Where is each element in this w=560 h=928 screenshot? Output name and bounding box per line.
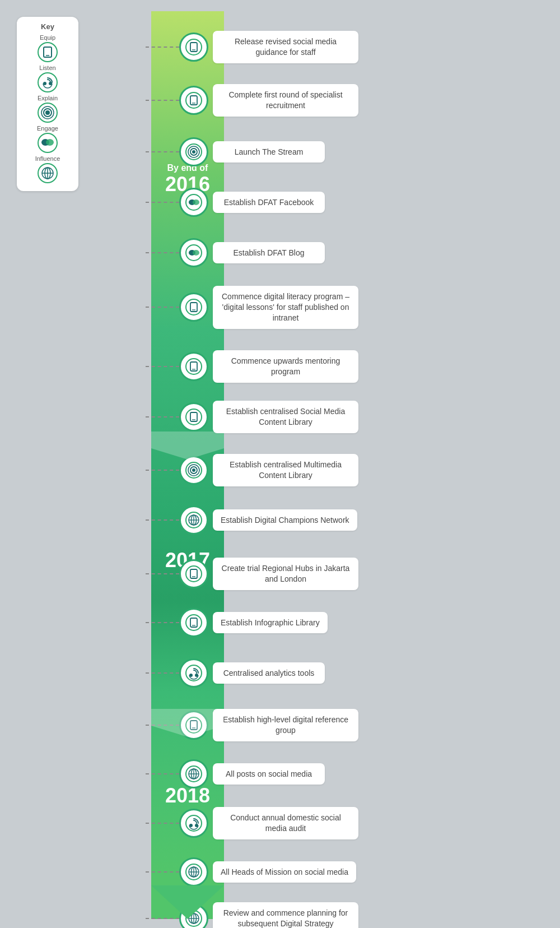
tablet-icon-11 <box>185 565 202 582</box>
key-title: Key <box>25 22 71 31</box>
item-icon-6 <box>179 293 208 322</box>
explain-icon <box>38 103 58 123</box>
item-box-10: Establish Digital Champions Network <box>213 509 357 531</box>
svg-point-33 <box>193 199 199 205</box>
globe-icon-10 <box>185 512 202 528</box>
globe-icon-15 <box>185 765 202 782</box>
svg-point-47 <box>192 468 195 472</box>
timeline-item-11: Create trial Regional Hubs in Jakarta an… <box>146 558 358 590</box>
headphones-icon-16 <box>185 815 202 832</box>
chat-icon-4 <box>185 194 202 211</box>
item-icon-5 <box>179 238 208 267</box>
item-icon-4 <box>179 188 208 217</box>
svg-point-72 <box>186 815 202 831</box>
key-item-engage: Engage <box>25 125 71 153</box>
headphones-icon-13 <box>185 665 202 681</box>
dashed-line-2 <box>146 100 179 101</box>
band-arrow <box>151 885 224 919</box>
tablet-icon-8 <box>185 409 202 425</box>
timeline-item-8: Establish centralised Social Media Conte… <box>146 401 358 433</box>
svg-point-61 <box>186 665 202 681</box>
svg-point-43 <box>186 409 202 425</box>
key-item-listen: Listen <box>25 64 71 92</box>
chat-icon-5 <box>185 244 202 261</box>
item-icon-9 <box>179 456 208 485</box>
key-label-influence: Influence <box>35 155 60 162</box>
item-box-4: Establish DFAT Facebook <box>213 192 325 214</box>
timeline-item-3: Launch The Stream <box>146 137 325 166</box>
item-box-11: Create trial Regional Hubs in Jakarta an… <box>213 558 358 590</box>
listen-icon <box>38 72 58 92</box>
item-box-16: Conduct annual domestic social media aud… <box>213 807 358 839</box>
item-icon-13 <box>179 658 208 688</box>
svg-point-36 <box>193 250 199 256</box>
item-box-8: Establish centralised Social Media Conte… <box>213 401 358 433</box>
key-box: Key Equip Listen Explain Engage <box>17 17 78 191</box>
timeline-item-12: Establish Infographic Library <box>146 608 328 637</box>
svg-point-28 <box>192 150 195 154</box>
dashed-line-17 <box>146 871 179 873</box>
item-box-7: Commence upwards mentoring program <box>213 350 358 383</box>
item-box-12: Establish Infographic Library <box>213 612 328 634</box>
svg-point-21 <box>186 39 202 55</box>
item-box-14: Establish high-level digital reference g… <box>213 709 358 741</box>
svg-point-24 <box>186 92 202 108</box>
dashed-line-12 <box>146 622 179 623</box>
item-box-3: Launch The Stream <box>213 141 325 163</box>
timeline-item-2: Complete first round of specialist recru… <box>146 84 358 117</box>
dashed-line-8 <box>146 416 179 417</box>
key-label-equip: Equip <box>40 34 55 41</box>
tablet-icon-2 <box>185 92 202 109</box>
item-icon-16 <box>179 809 208 838</box>
svg-marker-18 <box>151 431 224 460</box>
key-item-explain: Explain <box>25 95 71 123</box>
timeline-item-15: All posts on social media <box>146 759 325 788</box>
item-box-2: Complete first round of specialist recru… <box>213 84 358 117</box>
tablet-icon-12 <box>185 614 202 631</box>
chevron-divider-1 <box>151 431 224 460</box>
dashed-line-1 <box>146 47 179 48</box>
timeline-item-5: Establish DFAT Blog <box>146 238 325 267</box>
item-icon-10 <box>179 505 208 535</box>
chevron-divider-2 <box>151 709 224 737</box>
item-box-5: Establish DFAT Blog <box>213 242 325 264</box>
tablet-icon-1 <box>185 39 202 55</box>
equip-icon <box>38 42 58 62</box>
dashed-line-5 <box>146 252 179 253</box>
broadcast-icon-9 <box>185 462 202 479</box>
engage-icon <box>38 133 58 153</box>
item-box-15: All posts on social media <box>213 763 325 785</box>
svg-point-40 <box>186 359 202 374</box>
item-icon-2 <box>179 86 208 115</box>
svg-point-58 <box>186 615 202 630</box>
dashed-line-3 <box>146 151 179 152</box>
item-icon-12 <box>179 608 208 637</box>
timeline-item-17: All Heads of Mission on social media <box>146 857 356 887</box>
svg-point-55 <box>186 566 202 582</box>
dashed-line-6 <box>146 307 179 308</box>
item-icon-8 <box>179 402 208 431</box>
item-box-9: Establish centralised Multimedia Content… <box>213 454 358 486</box>
svg-marker-19 <box>151 709 224 737</box>
item-icon-15 <box>179 759 208 788</box>
key-label-explain: Explain <box>38 95 58 101</box>
item-box-6: Commence digital literacy program – 'dig… <box>213 286 358 329</box>
dashed-line-11 <box>146 573 179 574</box>
dashed-line-4 <box>146 202 179 203</box>
key-item-influence: Influence <box>25 155 71 183</box>
dashed-line-9 <box>146 470 179 471</box>
key-label-listen: Listen <box>39 64 55 71</box>
item-icon-17 <box>179 857 208 887</box>
dashed-line-7 <box>146 366 179 367</box>
globe-icon-17 <box>185 864 202 880</box>
timeline-item-1: Release revised social media guidance fo… <box>146 31 358 63</box>
key-label-engage: Engage <box>37 125 58 132</box>
item-icon-7 <box>179 352 208 381</box>
timeline-item-16: Conduct annual domestic social media aud… <box>146 807 358 839</box>
broadcast-icon-3 <box>185 143 202 160</box>
item-box-13: Centralised analytics tools <box>213 662 325 684</box>
influence-icon <box>38 163 58 183</box>
item-box-18: Review and commence planning for subsequ… <box>213 902 358 928</box>
svg-point-7 <box>45 110 50 115</box>
item-icon-11 <box>179 559 208 588</box>
